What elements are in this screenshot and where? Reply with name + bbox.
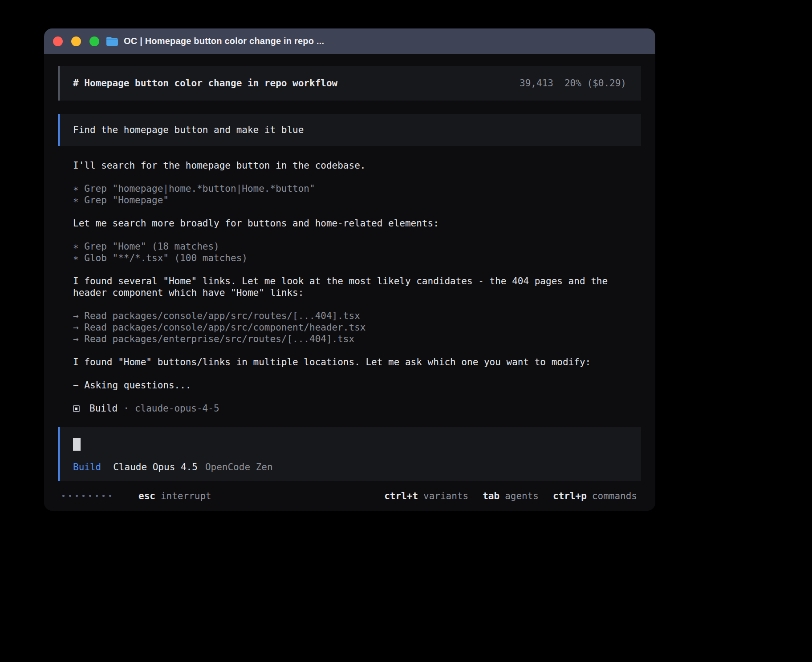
transcript-gap [73,206,641,218]
transcript-line: ∗ Grep "Home" (18 matches) [73,241,641,252]
transcript: I'll search for the homepage button in t… [73,160,641,391]
status-bar: esc interrupt ctrl+t variants tab agents… [58,481,641,511]
tab-key: tab [483,490,499,502]
prompt-input[interactable]: Build Claude Opus 4.5 OpenCode Zen [58,427,641,481]
transcript-line: I found several "Home" links. Let me loo… [73,275,641,299]
composer-agent: Build [73,461,101,473]
context-usage: 20% ($0.29) [564,77,626,89]
spinner-dots [62,495,111,497]
window-titlebar: OC | Homepage button color change in rep… [44,28,655,54]
shortcut-commands: ctrl+p commands [553,490,637,502]
transcript-line: ~ Asking questions... [73,379,641,391]
transcript-line: Let me search more broadly for buttons a… [73,218,641,229]
agent-name: Build [89,403,118,414]
close-button[interactable] [53,36,63,46]
session-title: # Homepage button color change in repo w… [73,77,337,89]
terminal-window: OC | Homepage button color change in rep… [44,28,655,511]
folder-icon [106,36,118,46]
transcript-line: I'll search for the homepage button in t… [73,160,641,171]
ctrl-p-key: ctrl+p [553,490,587,502]
dot-separator: · [123,403,129,414]
user-message-text: Find the homepage button and make it blu… [73,124,304,136]
transcript-line: ∗ Grep "homepage|home.*button|Home.*butt… [73,183,641,194]
transcript-gap [73,368,641,379]
window-title: OC | Homepage button color change in rep… [124,36,324,46]
agent-model: claude-opus-4-5 [135,403,219,414]
transcript-line: → Read packages/enterprise/src/routes/[.… [73,333,641,345]
zoom-button[interactable] [89,36,99,46]
minimize-button[interactable] [71,36,81,46]
variants-label: variants [423,490,468,502]
transcript-gap [73,229,641,241]
ctrl-t-key: ctrl+t [384,490,418,502]
agents-label: agents [505,490,539,502]
interrupt-hint: esc interrupt [138,490,211,502]
shortcut-variants: ctrl+t variants [384,490,468,502]
session-stats: 39,413 20% ($0.29) [520,77,626,89]
commands-label: commands [592,490,637,502]
composer-status-row: Build Claude Opus 4.5 OpenCode Zen [73,461,628,473]
token-count: 39,413 [520,77,553,89]
interrupt-label: interrupt [161,490,211,502]
transcript-line: → Read packages/console/app/src/componen… [73,322,641,333]
user-message: Find the homepage button and make it blu… [58,114,641,146]
transcript-line: ∗ Grep "Homepage" [73,194,641,206]
session-header: # Homepage button color change in repo w… [58,66,641,101]
transcript-gap [73,171,641,183]
transcript-gap [73,264,641,275]
checkbox-icon [73,405,80,412]
shortcut-agents: tab agents [483,490,539,502]
transcript-line: ∗ Glob "**/*.tsx" (100 matches) [73,252,641,264]
transcript-gap [73,345,641,356]
traffic-lights [53,36,99,46]
composer-model: Claude Opus 4.5 [113,461,198,473]
esc-key: esc [138,490,155,502]
terminal-content: # Homepage button color change in repo w… [44,54,655,511]
transcript-line: → Read packages/console/app/src/routes/[… [73,310,641,322]
agent-status-line: Build · claude-opus-4-5 [73,403,641,414]
composer-provider: OpenCode Zen [205,461,273,473]
transcript-line: I found "Home" buttons/links in multiple… [73,356,641,368]
text-cursor [73,438,81,451]
transcript-gap [73,299,641,310]
